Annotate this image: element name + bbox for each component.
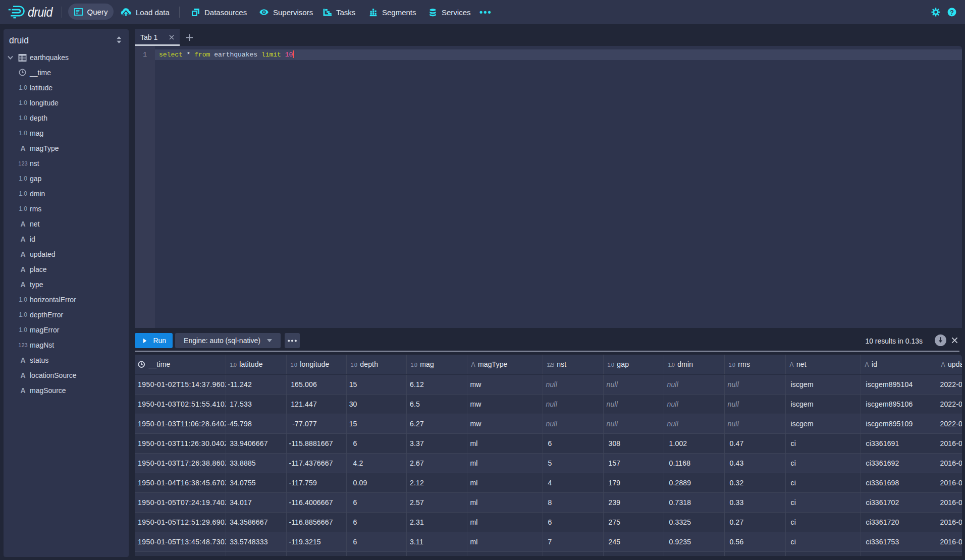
svg-text:?: ? (950, 9, 954, 16)
